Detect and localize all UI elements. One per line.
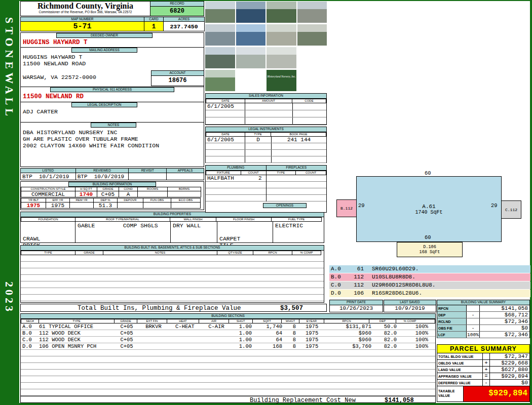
cell bbox=[206, 110, 245, 117]
cell bbox=[206, 117, 245, 124]
sales-row bbox=[206, 117, 326, 125]
sketch-dim-top: 60 bbox=[425, 170, 431, 176]
photo-thumbnail[interactable] bbox=[297, 47, 327, 68]
cell: 106 OPEN MSNRY PCH bbox=[39, 343, 115, 349]
mailing-line-1: HUGGINS HAYWARD T bbox=[23, 54, 82, 60]
photo-thumbnail[interactable] bbox=[205, 2, 235, 23]
year-built-value: 1975 bbox=[21, 202, 46, 209]
value-summary-row: OBS F/E - $0 bbox=[437, 325, 529, 332]
sketch-legend-row: C.0 112 U29R60D12SR8D8L8U8. bbox=[329, 281, 530, 289]
sales-row bbox=[206, 110, 326, 117]
cell: C-AIR bbox=[201, 323, 232, 330]
col-header: AMOUNT bbox=[245, 99, 292, 103]
cell: BRKVR bbox=[138, 323, 169, 330]
col-header: GRADE bbox=[75, 251, 103, 255]
row-value: $72,346 bbox=[480, 332, 529, 338]
cell: 112 WOOD DECK bbox=[39, 337, 115, 343]
replacement-cost-value: $141,058 bbox=[385, 397, 414, 404]
sales-information-panel: SALES INFORMATION DATE AMOUNT CODE 6/1/2… bbox=[205, 93, 327, 125]
cell: 61 TYPICAL OFFICE bbox=[39, 323, 115, 330]
cell bbox=[293, 117, 326, 124]
row-value: $72,347 bbox=[490, 353, 529, 359]
photo-subject bbox=[297, 77, 327, 91]
replacement-cost-row: Building Replacement Cost New $141,058 bbox=[21, 396, 435, 403]
col-header: % COMP bbox=[396, 319, 424, 323]
row-value: $72,346 bbox=[480, 318, 529, 325]
parcel-summary-panel: PARCEL SUMMARY TOTAL BLDG VALUE $72,347 … bbox=[437, 344, 530, 402]
photo-sky bbox=[267, 2, 296, 9]
photo-thumbnail[interactable] bbox=[236, 2, 266, 23]
cell: 82.0 bbox=[374, 337, 402, 343]
condition-value: A bbox=[119, 191, 138, 197]
photo-sky bbox=[236, 24, 266, 32]
building-information-panel: BUILDING INFORMATION CONSTRUCTION STYLE … bbox=[20, 181, 204, 210]
photo-thumbnail[interactable] bbox=[267, 70, 296, 91]
cell bbox=[206, 188, 241, 194]
legend-section: B.0 bbox=[329, 273, 346, 281]
cell: 82.0 bbox=[374, 330, 402, 336]
district-label: STONEWALL bbox=[3, 17, 16, 119]
taxable-value-label: TAXABLE VALUE bbox=[437, 386, 464, 401]
cell bbox=[206, 156, 245, 163]
photo-thumbnail[interactable] bbox=[205, 47, 235, 68]
cell: 100% bbox=[402, 323, 430, 330]
photo-thumbnail[interactable] bbox=[236, 24, 266, 46]
cell bbox=[201, 337, 232, 343]
col-header: SHGT bbox=[229, 319, 253, 323]
plumbing-row bbox=[206, 182, 266, 188]
grade-value: C+05 bbox=[97, 191, 119, 197]
cell: B.0 bbox=[21, 330, 39, 336]
photo-sign-text: Historyland Nursery, Inc. bbox=[267, 75, 296, 78]
row-operator bbox=[483, 353, 490, 359]
photo-thumbnail[interactable] bbox=[267, 24, 296, 46]
deeded-owner-value: HUGGINS HAYWARD T bbox=[23, 39, 88, 46]
building-sections-header: SEC# TYPE GRADE EXT FIN HEAT AIR SHGT SQ… bbox=[21, 319, 435, 323]
photo-thumbnail[interactable] bbox=[267, 2, 296, 23]
built-ins-total-row: Total Built Ins, Plumbing & Fireplace Va… bbox=[20, 304, 327, 312]
building-sections-title: BUILDING SECTIONS bbox=[21, 314, 435, 319]
row-operator: - bbox=[467, 325, 480, 331]
photo-thumbnail[interactable] bbox=[297, 24, 327, 46]
cell bbox=[138, 330, 169, 336]
parcel-summary-rows: TOTAL BLDG VALUE $72,347 OBLDG VALUE + $… bbox=[437, 353, 529, 386]
instrument-rows: 6/1/2005 D 241 144 bbox=[206, 137, 326, 163]
building-value-summary-title: BUILDING VALUE SUMMARY bbox=[437, 300, 529, 305]
photo-thumbnail[interactable] bbox=[205, 70, 235, 91]
photo-thumbnail[interactable] bbox=[205, 24, 235, 46]
legal-description-label: LEGAL DESCRIPTION bbox=[71, 102, 137, 107]
photo-sky bbox=[297, 70, 327, 77]
depreciation-value: 51.3 bbox=[93, 202, 118, 209]
instrument-row bbox=[206, 150, 326, 156]
legend-code: 112 bbox=[346, 281, 364, 289]
cell bbox=[267, 182, 296, 188]
photo-thumbnail[interactable] bbox=[236, 47, 266, 68]
col-header: QTY/SIZE bbox=[217, 251, 253, 255]
col-header: COUNT bbox=[295, 171, 326, 175]
taxable-value-row: TAXABLE VALUE $929,894 bbox=[437, 386, 529, 401]
photo-sky bbox=[205, 70, 235, 77]
photo-thumbnail[interactable] bbox=[297, 70, 327, 91]
cell: 1.00 bbox=[232, 337, 256, 343]
row-label: APPRAISED VALUE bbox=[437, 373, 483, 379]
legend-code: 106 bbox=[346, 290, 364, 297]
cell bbox=[296, 188, 327, 194]
cell: 1.00 bbox=[232, 343, 256, 349]
cell bbox=[267, 175, 296, 181]
photo-sky bbox=[297, 24, 327, 32]
cell bbox=[245, 150, 272, 156]
col-header: BOOK PAGE bbox=[271, 132, 326, 137]
fireplace-row bbox=[267, 195, 327, 201]
cell bbox=[201, 343, 232, 349]
cell bbox=[241, 188, 266, 194]
row-operator: - bbox=[467, 312, 480, 318]
legend-code: 112 bbox=[346, 273, 364, 281]
photo-thumbnail[interactable] bbox=[236, 70, 266, 91]
photo-thumbnail[interactable] bbox=[297, 2, 327, 23]
photo-thumbnail[interactable] bbox=[267, 47, 296, 68]
photo-subject bbox=[236, 77, 266, 91]
legend-code: 61 bbox=[346, 265, 364, 273]
photo-sky bbox=[267, 47, 296, 55]
cell: 1,740 bbox=[256, 323, 285, 330]
mailing-line-2: 11500 NEWLAND ROAD bbox=[23, 60, 86, 67]
value-summary-rows: RPCN $141,058 DEP - $68,712 RCLND $72,34… bbox=[437, 305, 529, 338]
